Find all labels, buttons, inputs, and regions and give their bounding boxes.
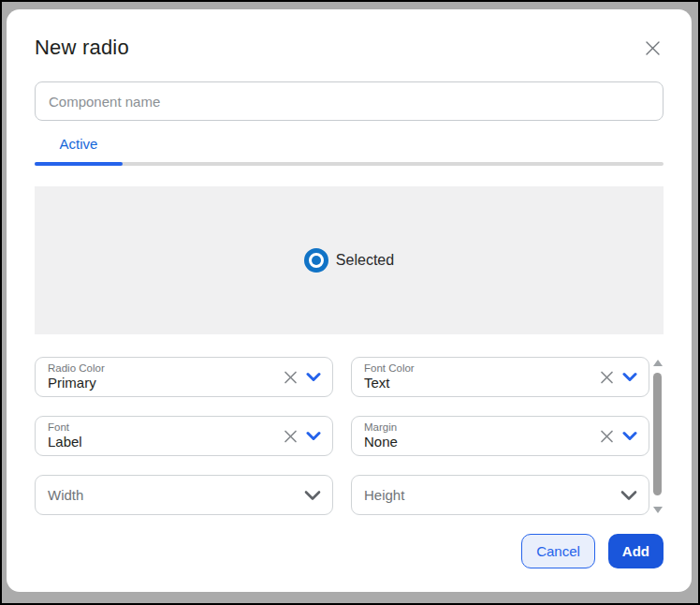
add-button[interactable]: Add xyxy=(608,534,664,568)
scrollbar-thumb[interactable] xyxy=(653,373,662,495)
component-preview-area: Selected xyxy=(35,186,664,334)
chevron-down-icon[interactable] xyxy=(620,490,637,500)
new-radio-dialog: New radio Active Selected Radio C xyxy=(7,9,692,592)
font-color-select[interactable]: Font Color Text xyxy=(351,357,649,397)
field-icons xyxy=(600,429,637,443)
vertical-scrollbar[interactable] xyxy=(652,357,664,515)
dialog-header: New radio xyxy=(35,36,664,60)
chevron-down-icon[interactable] xyxy=(306,373,321,382)
scroll-down-arrow-icon[interactable] xyxy=(653,507,663,513)
tab-active[interactable]: Active xyxy=(35,130,123,162)
clear-x-icon[interactable] xyxy=(284,370,298,384)
window-frame: New radio Active Selected Radio C xyxy=(0,0,700,605)
margin-select[interactable]: Margin None xyxy=(351,416,649,456)
width-select[interactable]: Width xyxy=(35,475,333,515)
chevron-down-icon[interactable] xyxy=(622,373,637,382)
clear-x-icon[interactable] xyxy=(600,429,614,443)
page-title: New radio xyxy=(35,36,129,60)
field-icons xyxy=(284,429,321,443)
chevron-down-icon[interactable] xyxy=(306,432,321,441)
chevron-down-icon[interactable] xyxy=(622,432,637,441)
component-name-input[interactable] xyxy=(35,81,664,121)
font-select[interactable]: Font Label xyxy=(35,416,333,456)
active-tab-indicator xyxy=(35,162,123,166)
properties-section: Radio Color Primary Font Color Text xyxy=(35,357,664,515)
clear-x-icon[interactable] xyxy=(600,370,614,384)
chevron-down-icon[interactable] xyxy=(304,490,321,500)
radio-selected-icon[interactable] xyxy=(304,248,328,273)
scroll-up-arrow-icon[interactable] xyxy=(653,360,663,366)
close-x-icon xyxy=(645,40,661,56)
field-icons xyxy=(284,370,321,384)
field-icons xyxy=(600,370,637,384)
field-icons xyxy=(620,490,637,500)
height-select[interactable]: Height xyxy=(351,475,649,515)
radio-color-select[interactable]: Radio Color Primary xyxy=(35,357,333,397)
close-button[interactable] xyxy=(641,37,664,59)
dialog-footer: Cancel Add xyxy=(35,534,664,568)
clear-x-icon[interactable] xyxy=(284,429,298,443)
field-icons xyxy=(304,490,321,500)
radio-preview-label: Selected xyxy=(336,252,394,269)
radio-dot xyxy=(312,256,321,265)
tab-bar: Active xyxy=(35,130,664,166)
cancel-button[interactable]: Cancel xyxy=(521,534,595,568)
tab-track xyxy=(35,162,664,166)
field-placeholder: Width xyxy=(48,487,83,503)
properties-grid: Radio Color Primary Font Color Text xyxy=(35,357,649,515)
field-placeholder: Height xyxy=(364,487,404,503)
